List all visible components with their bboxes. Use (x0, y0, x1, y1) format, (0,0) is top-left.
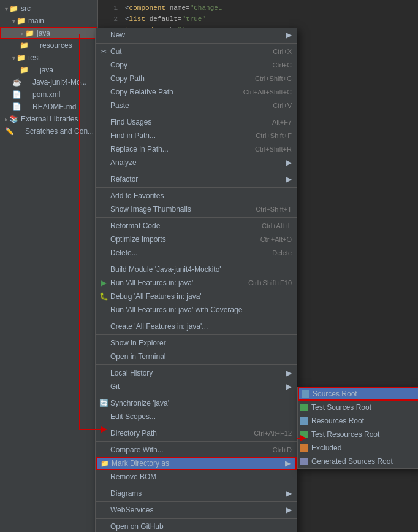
submenu-item-resources-root[interactable]: Resources Root (298, 414, 418, 428)
menu-item-refactor[interactable]: Refactor ▶ (96, 172, 297, 186)
tree-item-junit4[interactable]: ☕ Java-junit4-Mo... (0, 76, 97, 88)
arrow-analyze: ▶ (286, 158, 292, 167)
file-icon-junit4: ☕ (12, 78, 21, 87)
arrow-extlibs: ▸ (5, 116, 8, 123)
label-test: test (28, 53, 40, 62)
menu-item-copy-relative[interactable]: Copy Relative Path Ctrl+Alt+Shift+C (96, 85, 297, 99)
menu-item-cut[interactable]: ✂ Cut Ctrl+X (96, 45, 297, 58)
shortcut-find-usages: Alt+F7 (272, 118, 292, 126)
label-junit4: Java-junit4-Mo... (32, 78, 87, 87)
label-git: Git (110, 382, 120, 391)
menu-item-replace-in-path[interactable]: Replace in Path... Ctrl+Shift+R (96, 142, 297, 156)
tree-item-test[interactable]: ▾ 📁 test (0, 52, 97, 64)
separator-8 (96, 364, 297, 365)
tree-item-pom[interactable]: 📄 pom.xml (0, 88, 97, 101)
menu-item-run-coverage[interactable]: Run 'All Features in: java' with Coverag… (96, 303, 297, 317)
submenu-mark-directory: Sources Root Test Sources Root Resources… (297, 387, 418, 469)
separator-12b (96, 501, 297, 502)
separator-10 (96, 425, 297, 425)
copy-icon (99, 61, 108, 69)
arrow-webservices: ▶ (286, 506, 292, 514)
menu-item-show-thumbnails[interactable]: Show Image Thumbnails Ctrl+Shift+T (96, 202, 297, 216)
separator-4 (96, 217, 297, 218)
tree-item-java-main[interactable]: ▸ 📁 java (0, 27, 97, 39)
menu-item-debug[interactable]: 🐛 Debug 'All Features in: java' (96, 290, 297, 303)
label-main: main (28, 17, 44, 25)
menu-item-diagrams[interactable]: Diagrams ▶ (96, 487, 297, 500)
shortcut-reformat: Ctrl+Alt+L (262, 222, 292, 229)
separator-3b (96, 187, 297, 188)
submenu-item-test-resources-root[interactable]: Test Resources Root (298, 428, 418, 441)
folder-icon-main: 📁 (17, 17, 26, 25)
menu-item-directory-path[interactable]: Directory Path Ctrl+Alt+F12 (96, 426, 297, 440)
menu-item-remove-bom[interactable]: Remove BOM (96, 470, 297, 484)
menu-item-analyze[interactable]: Analyze ▶ (96, 156, 297, 169)
menu-item-synchronize[interactable]: 🔄 Synchronize 'java' (96, 396, 297, 410)
test-resources-root-icon (300, 431, 309, 438)
menu-item-create[interactable]: Create 'All Features in: java'... (96, 320, 297, 333)
separator-13 (96, 518, 297, 519)
label-open-github: Open on GitHub (110, 522, 164, 531)
label-find-usages: Find Usages (110, 118, 151, 126)
menu-item-open-terminal[interactable]: Open in Terminal (96, 350, 297, 363)
menu-item-new[interactable]: New ▶ (96, 28, 297, 42)
label-synchronize: Synchronize 'java' (110, 399, 169, 407)
label-optimize-imports: Optimize Imports (110, 235, 166, 244)
tree-item-main[interactable]: ▾ 📁 main (0, 15, 97, 27)
separator-1 (96, 43, 297, 44)
menu-item-webservices[interactable]: WebServices ▶ (96, 503, 297, 517)
menu-item-delete[interactable]: Delete... Delete (96, 246, 297, 260)
menu-item-local-history[interactable]: Local History ▶ (96, 366, 297, 380)
arrow-diagrams: ▶ (286, 489, 292, 498)
menu-item-run[interactable]: ▶ Run 'All Features in: java' Ctrl+Shift… (96, 276, 297, 290)
shortcut-run: Ctrl+Shift+F10 (248, 279, 292, 287)
menu-item-find-in-path[interactable]: Find in Path... Ctrl+Shift+F (96, 129, 297, 142)
label-find-in-path: Find in Path... (110, 131, 156, 140)
tree-item-src[interactable]: ▾ 📁 src (0, 2, 97, 15)
mark-directory-icon: 📁 (101, 459, 109, 468)
menu-item-git[interactable]: Git ▶ (96, 380, 297, 393)
test-sources-root-icon (300, 404, 309, 411)
svg-rect-5 (300, 458, 308, 465)
arrow-new: ▶ (286, 31, 292, 39)
menu-item-show-explorer[interactable]: Show in Explorer (96, 336, 297, 350)
label-refactor: Refactor (110, 175, 138, 183)
shortcut-delete: Delete (272, 249, 292, 256)
submenu-item-generated-sources-root[interactable]: Generated Sources Root (298, 455, 418, 468)
menu-item-copy[interactable]: Copy Ctrl+C (96, 58, 297, 72)
svg-rect-3 (300, 431, 308, 438)
svg-rect-0 (302, 390, 309, 398)
menu-item-find-usages[interactable]: Find Usages Alt+F7 (96, 115, 297, 129)
menu-item-compare-with[interactable]: Compare With... Ctrl+D (96, 443, 297, 457)
menu-item-mark-directory[interactable]: 📁 Mark Directory as ▶ (96, 457, 297, 470)
menu-item-build-module[interactable]: Build Module 'Java-junit4-Mockito' (96, 263, 297, 276)
separator-11 (96, 441, 297, 442)
tree-item-java-test[interactable]: 📁 java (0, 64, 97, 76)
tree-item-scratches[interactable]: ✏️ Scratches and Con... (0, 125, 97, 137)
label-readme: README.md (32, 102, 76, 111)
label-run-coverage: Run 'All Features in: java' with Coverag… (110, 306, 242, 314)
menu-item-edit-scopes[interactable]: Edit Scopes... (96, 410, 297, 423)
menu-item-optimize-imports[interactable]: Optimize Imports Ctrl+Alt+O (96, 233, 297, 246)
menu-item-reformat[interactable]: Reformat Code Ctrl+Alt+L (96, 219, 297, 233)
tree-item-readme[interactable]: 📄 README.md (0, 101, 97, 113)
submenu-item-test-sources-root[interactable]: Test Sources Root (298, 401, 418, 414)
menu-item-paste[interactable]: Paste Ctrl+V (96, 99, 297, 112)
file-icon-readme: 📄 (12, 102, 21, 111)
label-copy-path: Copy Path (110, 74, 145, 83)
label-src: src (21, 4, 31, 13)
tree-item-external-libs[interactable]: ▸ 📚 External Libraries (0, 113, 97, 125)
label-test-sources-root: Test Sources Root (311, 403, 371, 412)
label-cut: Cut (110, 47, 122, 56)
menu-item-add-favorites[interactable]: Add to Favorites (96, 189, 297, 202)
submenu-item-excluded[interactable]: Excluded (298, 441, 418, 455)
arrow-local-history: ▶ (286, 369, 292, 377)
shortcut-compare: Ctrl+D (273, 446, 292, 453)
folder-icon-scratches: ✏️ (5, 127, 14, 136)
menu-item-open-github[interactable]: Open on GitHub (96, 520, 297, 532)
tree-item-resources[interactable]: 📁 resources (0, 39, 97, 52)
submenu-item-sources-root[interactable]: Sources Root (298, 387, 418, 401)
label-debug: Debug 'All Features in: java' (110, 292, 202, 301)
label-pom: pom.xml (32, 90, 60, 99)
menu-item-copy-path[interactable]: Copy Path Ctrl+Shift+C (96, 72, 297, 85)
